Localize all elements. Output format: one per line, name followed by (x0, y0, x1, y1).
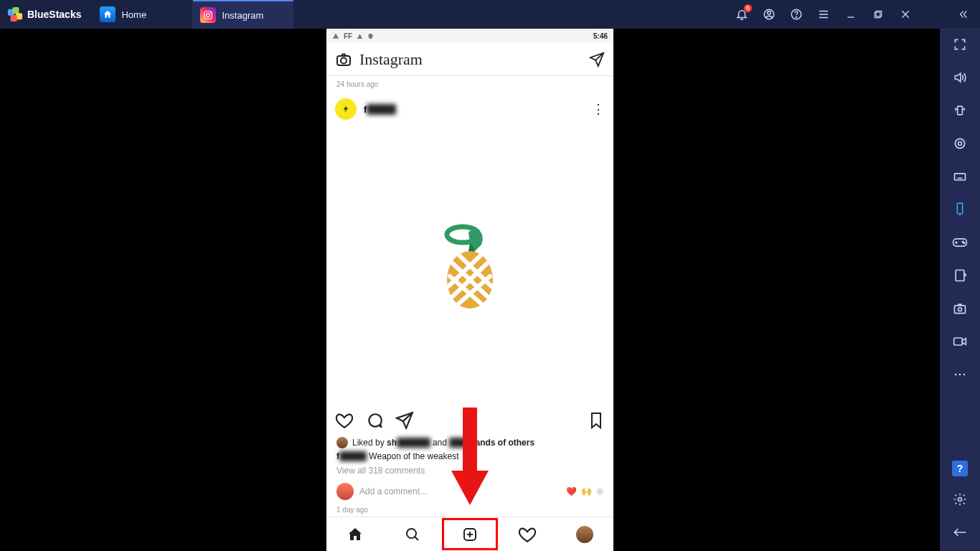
post-avatar[interactable] (335, 98, 357, 120)
status-text-ff: FF (344, 32, 352, 40)
post-image[interactable] (326, 126, 613, 405)
post-actions (326, 405, 613, 435)
keyboard-button[interactable] (950, 166, 970, 187)
post-likes[interactable]: Liked by sh█████ and ███sands of others (326, 435, 613, 450)
emulator-viewport: FF 5:46 Instagram 24 hours ago f████ (0, 29, 940, 551)
location-button[interactable] (950, 133, 970, 154)
home-icon (347, 526, 364, 543)
nav-add-post-button[interactable] (441, 517, 499, 551)
screenshot-button[interactable] (950, 298, 970, 319)
collapse-sidebar-button[interactable] (956, 7, 970, 22)
tab-label: Home (121, 9, 146, 20)
status-icon (357, 33, 363, 39)
post-more-button[interactable]: ⋮ (592, 101, 605, 117)
pineapple-grenade-icon (434, 219, 506, 312)
svg-point-34 (958, 308, 962, 311)
volume-button[interactable] (950, 67, 970, 88)
comment-icon[interactable] (365, 411, 384, 430)
liker-avatar (336, 437, 348, 448)
bluestacks-sidebar: ? (940, 29, 980, 551)
bluestacks-logo: BlueStacks (0, 6, 88, 22)
nav-home-button[interactable] (326, 517, 384, 551)
android-screen: FF 5:46 Instagram 24 hours ago f████ (326, 29, 613, 551)
bookmark-icon[interactable] (588, 411, 605, 430)
instagram-logo-text: Instagram (359, 50, 423, 69)
install-apk-button[interactable] (950, 265, 970, 286)
post-time: 1 day ago (326, 504, 613, 517)
svg-point-5 (207, 14, 210, 17)
svg-point-39 (958, 498, 962, 501)
faq-button[interactable]: ? (952, 461, 968, 476)
svg-rect-1 (12, 7, 19, 14)
react-more-icon[interactable]: ⊕ (596, 486, 603, 496)
fullscreen-button[interactable] (950, 34, 970, 55)
svg-point-20 (958, 142, 962, 146)
bluestacks-logo-text: BlueStacks (27, 9, 81, 20)
settings-button[interactable] (950, 489, 970, 509)
close-button[interactable] (898, 7, 913, 22)
svg-point-21 (955, 138, 964, 148)
post-header: f████ ⋮ (326, 93, 613, 126)
svg-point-37 (959, 374, 961, 376)
back-button[interactable] (950, 522, 970, 542)
tab-strip: Home Instagram (93, 0, 293, 29)
warning-icon (332, 32, 339, 39)
notifications-button[interactable]: 6 (735, 7, 749, 22)
direct-message-icon[interactable] (589, 52, 605, 67)
svg-point-10 (796, 17, 796, 17)
account-button[interactable] (762, 7, 776, 22)
gamepad-button[interactable] (950, 232, 970, 253)
nav-activity-button[interactable] (499, 517, 556, 551)
svg-point-38 (963, 374, 966, 376)
svg-point-41 (341, 57, 347, 63)
post-caption: f████ Weapon of the weakest (326, 450, 613, 463)
home-app-icon (100, 6, 116, 22)
notification-badge: 6 (744, 4, 752, 12)
more-button[interactable] (950, 364, 970, 385)
tab-instagram[interactable]: Instagram (193, 0, 293, 29)
svg-rect-19 (958, 106, 963, 115)
svg-rect-16 (875, 12, 880, 18)
tab-home[interactable]: Home (93, 0, 193, 29)
shake-button[interactable] (950, 100, 970, 121)
record-button[interactable] (950, 331, 970, 352)
react-hands-icon[interactable]: 🙌 (581, 486, 592, 496)
nav-search-button[interactable] (384, 517, 441, 551)
minimize-button[interactable] (844, 7, 858, 22)
svg-point-50 (407, 529, 416, 538)
maximize-button[interactable] (871, 7, 885, 22)
svg-rect-33 (955, 306, 966, 314)
post-username[interactable]: f████ (364, 104, 396, 115)
status-shield-icon (367, 33, 374, 39)
share-icon[interactable] (395, 411, 414, 430)
svg-rect-27 (957, 203, 962, 214)
svg-rect-22 (955, 174, 966, 180)
profile-avatar-icon (576, 526, 593, 543)
view-comments-link[interactable]: View all 318 comments (326, 463, 613, 479)
android-status-bar: FF 5:46 (326, 29, 613, 43)
user-avatar (336, 483, 354, 500)
status-time: 5:46 (593, 32, 608, 40)
titlebar-controls: 6 (735, 7, 980, 22)
add-comment-placeholder: Add a comment… (359, 486, 560, 496)
svg-rect-35 (954, 338, 963, 345)
react-heart-icon[interactable]: ❤️ (566, 486, 577, 496)
like-icon[interactable] (335, 411, 354, 430)
camera-icon[interactable] (335, 51, 352, 68)
help-button[interactable] (789, 7, 804, 22)
svg-rect-3 (11, 15, 17, 22)
svg-point-6 (210, 12, 211, 13)
instagram-header: Instagram (326, 43, 613, 76)
svg-point-8 (768, 11, 771, 15)
plus-square-icon (461, 526, 479, 543)
search-icon (404, 526, 421, 543)
menu-button[interactable] (816, 7, 831, 22)
rotate-button[interactable] (950, 199, 970, 220)
nav-profile-button[interactable] (556, 517, 613, 551)
heart-icon (518, 525, 537, 544)
instagram-feed[interactable]: 24 hours ago f████ ⋮ (326, 76, 613, 517)
add-comment-row[interactable]: Add a comment… ❤️ 🙌 ⊕ (326, 479, 613, 504)
svg-rect-15 (876, 11, 882, 17)
bluestacks-logo-icon (7, 6, 23, 22)
quick-reactions: ❤️ 🙌 ⊕ (566, 486, 603, 496)
